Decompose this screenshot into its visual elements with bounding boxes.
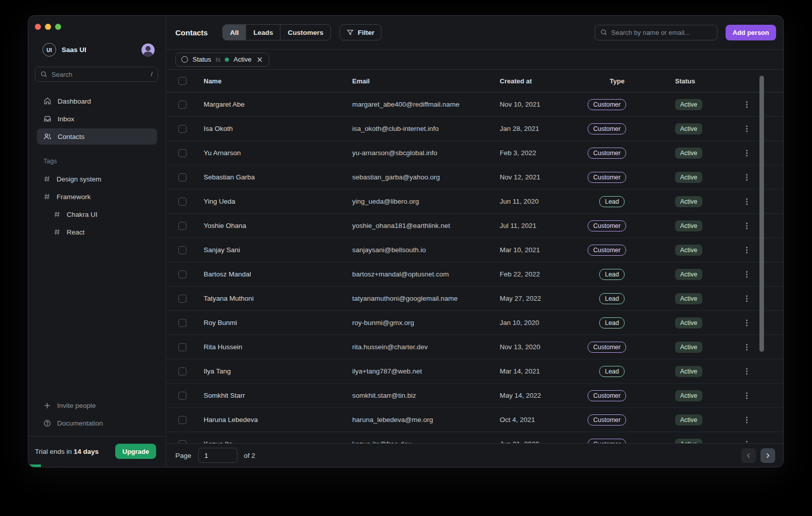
trial-progress-fill bbox=[28, 464, 41, 467]
row-menu-icon[interactable] bbox=[743, 125, 751, 133]
status-filter-chip[interactable]: Status is Active bbox=[175, 53, 269, 67]
contact-status-cell: Active bbox=[625, 269, 710, 280]
table-row[interactable]: Margaret Abe margaret_abe400@rediffmail.… bbox=[166, 92, 783, 117]
row-checkbox[interactable] bbox=[178, 101, 186, 109]
row-checkbox[interactable] bbox=[178, 416, 186, 424]
row-checkbox[interactable] bbox=[178, 295, 186, 303]
tag-item-design-system[interactable]: Design system bbox=[37, 171, 157, 187]
row-checkbox[interactable] bbox=[178, 367, 186, 376]
row-checkbox[interactable] bbox=[178, 125, 186, 133]
contacts-search-input[interactable] bbox=[611, 29, 712, 36]
row-checkbox[interactable] bbox=[178, 149, 186, 157]
row-menu-icon[interactable] bbox=[743, 198, 751, 206]
row-checkbox[interactable] bbox=[178, 246, 186, 254]
column-header-created[interactable]: Created at bbox=[500, 77, 588, 85]
tab-all[interactable]: All bbox=[223, 25, 246, 40]
remove-filter-icon[interactable] bbox=[256, 56, 263, 63]
row-actions-cell bbox=[710, 101, 783, 109]
tag-item-framework[interactable]: Framework bbox=[37, 189, 157, 205]
sidebar-search-input[interactable] bbox=[52, 71, 151, 78]
row-checkbox[interactable] bbox=[178, 222, 186, 230]
row-menu-icon[interactable] bbox=[743, 149, 751, 157]
table-row[interactable]: Ying Ueda ying_ueda@libero.org Jun 11, 2… bbox=[166, 190, 783, 214]
table-row[interactable]: Somkhit Starr somkhit.starr@tin.biz May … bbox=[166, 384, 783, 408]
next-page-button[interactable] bbox=[760, 448, 775, 463]
tab-leads[interactable]: Leads bbox=[246, 25, 280, 40]
row-menu-icon[interactable] bbox=[743, 246, 751, 254]
filter-field[interactable]: Status bbox=[193, 56, 211, 63]
contact-type-cell: Customer bbox=[588, 172, 625, 183]
contact-email: ying_ueda@libero.org bbox=[352, 198, 500, 205]
contacts-search[interactable] bbox=[595, 25, 718, 40]
row-menu-icon[interactable] bbox=[743, 367, 751, 376]
table-row[interactable]: Tatyana Muthoni tatyanamuthoni@googlemai… bbox=[166, 287, 783, 311]
row-menu-icon[interactable] bbox=[743, 392, 751, 400]
row-menu-icon[interactable] bbox=[743, 222, 751, 230]
column-header-name[interactable]: Name bbox=[204, 77, 352, 85]
user-avatar[interactable] bbox=[141, 43, 155, 57]
table-row[interactable]: Haruna Lebedeva haruna_lebedeva@me.org O… bbox=[166, 408, 783, 432]
filter-button[interactable]: Filter bbox=[340, 24, 381, 40]
table-row[interactable]: Rita Hussein rita.hussein@charter.dev No… bbox=[166, 335, 783, 359]
row-menu-icon[interactable] bbox=[743, 173, 751, 181]
table-scrollbar[interactable] bbox=[759, 76, 764, 352]
contact-email: haruna_lebedeva@me.org bbox=[352, 416, 500, 424]
previous-page-button[interactable] bbox=[741, 448, 756, 463]
table-row[interactable]: Yoshie Ohana yoshie_ohana181@earthlink.n… bbox=[166, 214, 783, 238]
page-number-input[interactable] bbox=[198, 448, 237, 463]
sidebar-item-label: Contacts bbox=[58, 133, 84, 140]
select-all-checkbox[interactable] bbox=[178, 77, 186, 85]
close-window-button[interactable] bbox=[35, 24, 41, 30]
filter-value[interactable]: Active bbox=[233, 56, 251, 63]
row-menu-icon[interactable] bbox=[743, 101, 751, 109]
table-row[interactable]: Sebastian Garba sebastian_garba@yahoo.or… bbox=[166, 165, 783, 190]
filter-operator[interactable]: is bbox=[216, 56, 220, 63]
table-row[interactable]: Bartosz Mandal bartosz+mandal@optusnet.c… bbox=[166, 262, 783, 287]
column-header-type[interactable]: Type bbox=[588, 77, 625, 85]
sidebar-item-contacts[interactable]: Contacts bbox=[37, 128, 157, 145]
table-row[interactable]: Sanjay Sani sanjaysani@bellsouth.io Mar … bbox=[166, 238, 783, 262]
column-header-email[interactable]: Email bbox=[352, 77, 500, 85]
tag-label: React bbox=[67, 228, 84, 236]
type-badge: Lead bbox=[599, 269, 625, 280]
row-menu-icon[interactable] bbox=[743, 416, 751, 424]
row-checkbox[interactable] bbox=[178, 392, 186, 400]
row-checkbox[interactable] bbox=[178, 440, 186, 444]
row-menu-icon[interactable] bbox=[743, 343, 751, 351]
row-menu-icon[interactable] bbox=[743, 319, 751, 327]
table-row[interactable]: Kazuo Ito kazuo.ito@free.dev Jun 21, 202… bbox=[166, 432, 783, 443]
contact-status-cell: Active bbox=[625, 317, 710, 329]
row-actions-cell bbox=[710, 173, 783, 181]
row-checkbox[interactable] bbox=[178, 343, 186, 351]
table-row[interactable]: Roy Bunmi roy-bunmi@gmx.org Jan 10, 2020… bbox=[166, 311, 783, 335]
page-total: of 2 bbox=[244, 452, 256, 459]
row-checkbox[interactable] bbox=[178, 173, 186, 181]
row-menu-icon[interactable] bbox=[743, 270, 751, 278]
sidebar-item-dashboard[interactable]: Dashboard bbox=[37, 93, 157, 109]
row-checkbox[interactable] bbox=[178, 198, 186, 206]
row-checkbox[interactable] bbox=[178, 319, 186, 327]
minimize-window-button[interactable] bbox=[45, 24, 51, 30]
table-row[interactable]: Isa Okoth isa_okoth@club-internet.info J… bbox=[166, 117, 783, 141]
add-person-button[interactable]: Add person bbox=[726, 25, 776, 40]
row-checkbox[interactable] bbox=[178, 270, 186, 278]
contact-email: roy-bunmi@gmx.org bbox=[352, 319, 500, 326]
table-row[interactable]: Yu Arnarson yu-arnarson@sbcglobal.info F… bbox=[166, 141, 783, 165]
invite-people-button[interactable]: Invite people bbox=[37, 397, 157, 413]
documentation-link[interactable]: Documentation bbox=[37, 415, 157, 431]
sidebar-item-inbox[interactable]: Inbox bbox=[37, 111, 157, 127]
home-icon bbox=[43, 97, 52, 105]
workspace-switcher[interactable]: UI Saas UI bbox=[42, 43, 155, 57]
table-row[interactable]: Ilya Tang ilya+tang787@web.net Mar 14, 2… bbox=[166, 359, 783, 384]
zoom-window-button[interactable] bbox=[55, 24, 61, 30]
upgrade-button[interactable]: Upgrade bbox=[115, 444, 156, 459]
status-badge: Active bbox=[675, 414, 702, 426]
tab-customers[interactable]: Customers bbox=[280, 25, 330, 40]
row-menu-icon[interactable] bbox=[743, 440, 751, 444]
sidebar-search[interactable]: / bbox=[35, 67, 158, 82]
row-menu-icon[interactable] bbox=[743, 295, 751, 303]
hash-icon bbox=[54, 211, 61, 218]
tag-item-chakra-ui[interactable]: Chakra UI bbox=[37, 206, 157, 222]
column-header-status[interactable]: Status bbox=[625, 77, 710, 85]
tag-item-react[interactable]: React bbox=[37, 224, 157, 240]
